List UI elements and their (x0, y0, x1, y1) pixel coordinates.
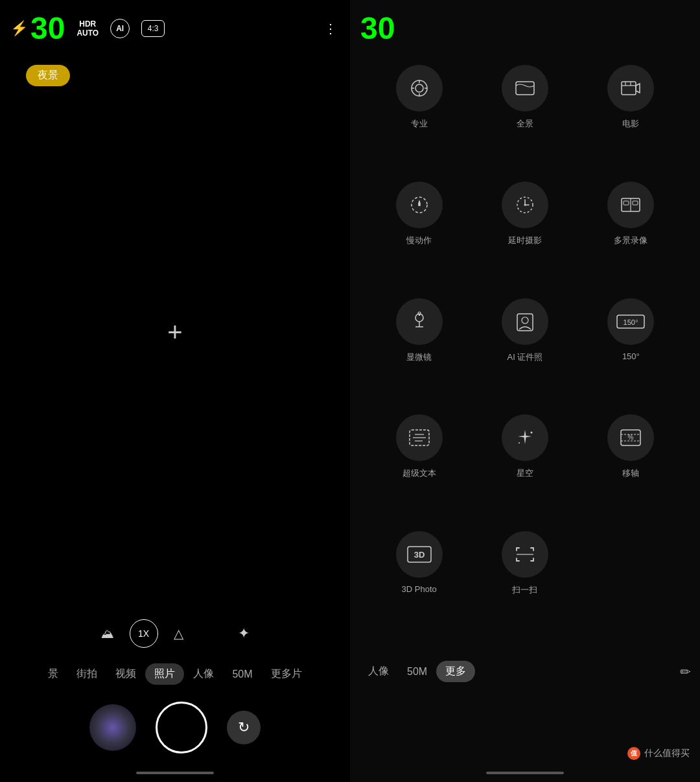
mode-cell-timelapse[interactable]: 延时摄影 (475, 182, 574, 292)
mode-label-movie: 电影 (622, 118, 639, 130)
modes-grid: 专业 全景 电影 (350, 52, 700, 654)
svg-rect-6 (516, 82, 534, 95)
mode-icon-tilt: % (607, 414, 654, 461)
home-indicator-right (486, 772, 564, 774)
svg-point-1 (415, 84, 423, 92)
right-battery-display: 30 (360, 13, 395, 44)
zoom-in-icon: △ (174, 626, 183, 641)
mode-photo[interactable]: 照片 (145, 663, 184, 685)
svg-rect-7 (622, 82, 636, 95)
mode-50m[interactable]: 50M (223, 665, 261, 684)
mode-label-tilt: 移轴 (622, 468, 639, 479)
mode-icon-microscope (396, 298, 443, 345)
mode-portrait[interactable]: 人像 (184, 663, 223, 685)
mode-cell-multiview[interactable]: 多景录像 (581, 182, 681, 292)
svg-point-33 (519, 442, 520, 444)
home-indicator (136, 772, 214, 774)
right-mode-more[interactable]: 更多 (436, 661, 475, 682)
right-mode-bar: 人像 50M 更多 ✏ (350, 654, 700, 689)
mode-icon-3d-photo: 3D (396, 531, 443, 578)
right-mode-portrait[interactable]: 人像 (359, 661, 398, 682)
zoom-1x-button[interactable]: 1X (130, 619, 158, 648)
mode-icon-multiview (607, 182, 654, 228)
mode-label-text: 超级文本 (402, 468, 436, 479)
gallery-thumbnail[interactable] (89, 704, 136, 751)
left-camera-panel: ⚡ 30 HDR AUTO AI 4:3 ⋮ 夜景 + ⛰ 1X △ ✦ 景 街… (0, 0, 350, 782)
mode-cell-tilt[interactable]: % 移轴 (581, 414, 681, 525)
left-top-bar: ⚡ 30 HDR AUTO AI 4:3 ⋮ (0, 0, 350, 52)
mode-bar-left: 景 街拍 视频 照片 人像 50M 更多片 (0, 657, 350, 691)
watermark-text: 什么值得买 (644, 748, 690, 759)
mode-cell-scan[interactable]: 扫一扫 (475, 531, 574, 641)
ai-button[interactable]: AI (110, 19, 130, 38)
zoom-bar: ⛰ 1X △ ✦ (0, 613, 350, 657)
watermark-logo: 值 (627, 747, 640, 760)
right-mode-50m[interactable]: 50M (398, 662, 436, 681)
svg-rect-18 (633, 201, 638, 205)
mode-icon-scan (502, 531, 548, 578)
mode-icon-timelapse (502, 182, 548, 228)
mode-cell-movie[interactable]: 电影 (581, 65, 681, 175)
svg-rect-24 (517, 314, 533, 331)
flash-icon: ⚡ (10, 21, 28, 36)
mode-label-150: 150° (622, 351, 640, 361)
mode-cell-microscope[interactable]: 显微镜 (369, 298, 469, 409)
mode-icon-slowmo (396, 182, 443, 228)
mode-label-microscope: 显微镜 (406, 351, 432, 363)
svg-point-14 (524, 204, 526, 206)
right-bottom-area: 值 什么值得买 (350, 689, 700, 766)
viewfinder[interactable]: 夜景 + (0, 52, 350, 613)
watermark-right: 值 什么值得买 (627, 747, 690, 760)
right-top-bar: 30 (350, 0, 700, 52)
night-mode-badge: 夜景 (26, 65, 70, 86)
mode-cell-ai-id[interactable]: AI 证件照 (475, 298, 574, 409)
more-options-button[interactable]: ⋮ (324, 21, 337, 36)
mode-label-timelapse: 延时摄影 (508, 235, 542, 246)
mode-label-panorama: 全景 (517, 118, 533, 130)
mode-video[interactable]: 视频 (106, 663, 145, 685)
mode-label-professional: 专业 (411, 118, 428, 130)
mode-icon-movie (607, 65, 654, 112)
mode-jie-pai[interactable]: 街拍 (67, 663, 106, 685)
svg-text:3D: 3D (414, 550, 425, 560)
ratio-button[interactable]: 4:3 (141, 20, 165, 37)
mode-icon-ai-id (502, 298, 548, 345)
mode-cell-slowmo[interactable]: 慢动作 (369, 182, 469, 292)
mode-cell-panorama[interactable]: 全景 (475, 65, 574, 175)
battery-display: ⚡ 30 (10, 13, 65, 44)
svg-text:%: % (628, 434, 634, 441)
mode-cell-professional[interactable]: 专业 (369, 65, 469, 175)
focus-crosshair: + (167, 318, 182, 347)
shutter-button[interactable] (156, 702, 207, 753)
battery-number: 30 (30, 13, 65, 44)
mode-label-multiview: 多景录像 (614, 235, 648, 246)
right-camera-modes-panel: 30 专业 (350, 0, 700, 782)
flip-camera-button[interactable]: ↻ (227, 711, 261, 744)
svg-point-25 (522, 317, 528, 324)
hdr-badge[interactable]: HDR AUTO (76, 19, 99, 38)
mode-icon-starry (502, 414, 548, 461)
mode-label-slowmo: 慢动作 (406, 235, 432, 246)
svg-text:150°: 150° (624, 318, 638, 326)
mode-icon-150: 150° (607, 298, 654, 345)
mode-jing[interactable]: 景 (39, 663, 67, 685)
mode-cell-150[interactable]: 150° 150° (581, 298, 681, 409)
zoom-out-icon: ⛰ (101, 626, 114, 641)
mode-label-3d-photo: 3D Photo (402, 584, 437, 594)
mode-icon-panorama (502, 65, 548, 112)
mode-icon-text (396, 414, 443, 461)
edit-modes-button[interactable]: ✏ (680, 664, 691, 680)
mode-cell-3d-photo[interactable]: 3D 3D Photo (369, 531, 469, 641)
ai-enhance-icon[interactable]: ✦ (238, 625, 250, 642)
mode-cell-starry[interactable]: 星空 (475, 414, 574, 525)
mode-cell-text[interactable]: 超级文本 (369, 414, 469, 525)
svg-rect-17 (624, 201, 629, 205)
mode-icon-professional (396, 65, 443, 112)
svg-point-32 (530, 432, 532, 434)
mode-label-starry: 星空 (517, 468, 533, 479)
mode-more[interactable]: 更多片 (262, 663, 311, 685)
mode-label-ai-id: AI 证件照 (508, 351, 543, 363)
bottom-controls: ↻ (0, 691, 350, 766)
svg-point-12 (418, 204, 421, 206)
mode-label-scan: 扫一扫 (512, 584, 537, 596)
